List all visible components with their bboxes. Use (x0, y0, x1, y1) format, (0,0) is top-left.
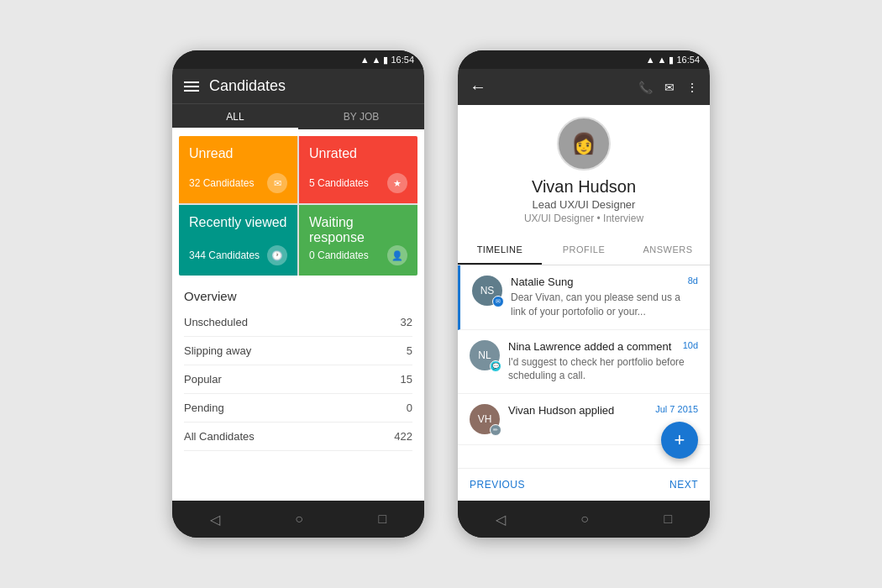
badge-natalie: ✉ (492, 296, 504, 307)
phone-candidates: ▲ ▲ ▮ 16:54 Candidates ALL BY JOB Unread (172, 50, 424, 538)
card-recently-viewed-bottom: 344 Candidates 🕐 (189, 245, 287, 265)
avatar-nina: NL 💬 (470, 340, 500, 370)
timeline-text-nina: I'd suggest to check her portfolio befor… (508, 355, 698, 384)
profile-sub: UX/UI Designer • Interview (524, 213, 643, 224)
timeline-time-vivan: Jul 7 2015 (655, 404, 698, 414)
overview-title: Overview (184, 289, 412, 303)
card-unread[interactable]: Unread 32 Candidates ✉ (179, 136, 297, 203)
card-waiting-response[interactable]: Waiting response 0 Candidates 👤 (299, 205, 417, 276)
overview-count-pending: 0 (407, 402, 412, 414)
timeline-header-nina: Nina Lawrence added a comment 10d (508, 340, 698, 353)
tab-timeline[interactable]: TIMELINE (458, 236, 542, 265)
timeline-time-nina: 10d (683, 340, 698, 350)
time-display: 16:54 (391, 55, 414, 65)
timeline-time-natalie: 8d (688, 276, 698, 286)
profile-section: 👩 Vivan Hudson Lead UX/UI Designer UX/UI… (458, 105, 710, 236)
overview-count-slipping: 5 (407, 344, 412, 357)
profile-tabs: TIMELINE PROFILE ANSWERS (458, 236, 710, 265)
recents-nav-icon-2[interactable]: □ (664, 512, 673, 527)
overview-count-all: 422 (394, 430, 412, 443)
overview-label-popular: Popular (184, 373, 222, 386)
phone-call-icon[interactable]: 📞 (638, 81, 653, 94)
signal-icon: ▲ (372, 55, 381, 65)
timeline-item-nina[interactable]: NL 💬 Nina Lawrence added a comment 10d I… (458, 330, 710, 395)
overview-label-pending: Pending (184, 402, 224, 414)
back-nav-icon-2[interactable]: ◁ (496, 512, 506, 528)
overview-row-all[interactable]: All Candidates 422 (184, 423, 412, 451)
profile-name: Vivan Hudson (532, 177, 636, 197)
profile-role: Lead UX/UI Designer (533, 198, 636, 211)
tab-by-job[interactable]: BY JOB (298, 104, 424, 129)
detail-header: ← 📞 ✉ ⋮ (458, 69, 710, 105)
timeline-content-nina: Nina Lawrence added a comment 10d I'd su… (508, 340, 698, 384)
timeline-header-vivan: Vivan Hudson applied Jul 7 2015 (508, 404, 698, 417)
overview-count-unscheduled: 32 (401, 316, 412, 328)
battery-icon: ▮ (383, 55, 388, 66)
card-unread-count: 32 Candidates (189, 177, 254, 189)
card-unrated-count: 5 Candidates (309, 177, 369, 189)
timeline-name-natalie: Natalie Sung (511, 276, 573, 288)
tab-all[interactable]: ALL (172, 104, 298, 129)
signal-icon-2: ▲ (658, 55, 667, 65)
app-header: Candidates (172, 69, 424, 103)
tab-profile[interactable]: PROFILE (542, 236, 626, 265)
more-options-icon[interactable]: ⋮ (686, 81, 698, 94)
card-waiting-response-title: Waiting response (309, 215, 407, 245)
overview-row-pending[interactable]: Pending 0 (184, 394, 412, 423)
email-icon[interactable]: ✉ (664, 81, 675, 94)
card-unrated[interactable]: Unrated 5 Candidates ★ (299, 136, 417, 203)
badge-vivan: ✏ (490, 424, 501, 436)
card-unrated-icon: ★ (387, 173, 407, 193)
avatar-vivan: VH ✏ (470, 404, 500, 434)
battery-icon-2: ▮ (669, 55, 674, 66)
card-recently-viewed-icon: 🕐 (267, 245, 287, 265)
menu-button[interactable] (184, 81, 199, 92)
timeline-footer: PREVIOUS NEXT (458, 468, 710, 501)
card-waiting-response-icon: 👤 (387, 245, 407, 265)
timeline-header-natalie: Natalie Sung 8d (511, 276, 698, 288)
card-waiting-response-bottom: 0 Candidates 👤 (309, 245, 407, 265)
bottom-nav-2: ◁ ○ □ (458, 501, 710, 538)
avatar-natalie: NS ✉ (472, 276, 502, 306)
overview-row-popular[interactable]: Popular 15 (184, 365, 412, 394)
home-nav-icon[interactable]: ○ (295, 512, 303, 527)
card-recently-viewed-title: Recently viewed (189, 215, 287, 230)
overview-label-all: All Candidates (184, 430, 255, 443)
wifi-icon-2: ▲ (646, 55, 655, 65)
time-display-2: 16:54 (676, 55, 700, 65)
timeline-content-natalie: Natalie Sung 8d Dear Vivan, can you plea… (511, 276, 698, 319)
card-unread-icon: ✉ (267, 173, 287, 193)
badge-nina: 💬 (490, 360, 501, 372)
timeline-text-natalie: Dear Vivan, can you please send us a lin… (511, 291, 698, 319)
overview-section: Overview Unscheduled 32 Slipping away 5 … (172, 282, 424, 501)
app-title: Candidates (209, 77, 286, 95)
timeline-name-vivan: Vivan Hudson applied (508, 404, 614, 417)
status-bar-1: ▲ ▲ ▮ 16:54 (172, 50, 424, 69)
card-recently-viewed[interactable]: Recently viewed 344 Candidates 🕐 (179, 205, 297, 276)
avatar: 👩 (557, 117, 611, 171)
cards-grid: Unread 32 Candidates ✉ Unrated 5 Candida… (179, 136, 417, 276)
status-icons-2: ▲ ▲ ▮ 16:54 (646, 55, 700, 66)
timeline-item-natalie[interactable]: NS ✉ Natalie Sung 8d Dear Vivan, can you… (458, 265, 710, 330)
status-icons-1: ▲ ▲ ▮ 16:54 (360, 55, 414, 66)
wifi-icon: ▲ (360, 55, 370, 65)
card-waiting-response-count: 0 Candidates (309, 249, 369, 261)
card-recently-viewed-count: 344 Candidates (189, 249, 260, 261)
card-unread-bottom: 32 Candidates ✉ (189, 173, 287, 193)
tab-answers[interactable]: ANSWERS (626, 236, 710, 265)
back-button[interactable]: ← (470, 77, 486, 97)
card-unrated-bottom: 5 Candidates ★ (309, 173, 407, 193)
fab-add-button[interactable]: + (661, 422, 698, 459)
next-button[interactable]: NEXT (669, 479, 698, 491)
recents-nav-icon[interactable]: □ (379, 512, 387, 527)
overview-row-unscheduled[interactable]: Unscheduled 32 (184, 308, 412, 337)
header-left: ← (470, 77, 486, 97)
overview-count-popular: 15 (401, 373, 412, 386)
back-nav-icon[interactable]: ◁ (210, 512, 220, 528)
screen-candidates: Candidates ALL BY JOB Unread 32 Candidat… (172, 69, 424, 501)
previous-button[interactable]: PREVIOUS (470, 479, 525, 491)
header-actions: 📞 ✉ ⋮ (638, 81, 698, 94)
avatar-initials: 👩 (571, 132, 596, 155)
overview-row-slipping[interactable]: Slipping away 5 (184, 337, 412, 365)
home-nav-icon-2[interactable]: ○ (580, 512, 589, 527)
